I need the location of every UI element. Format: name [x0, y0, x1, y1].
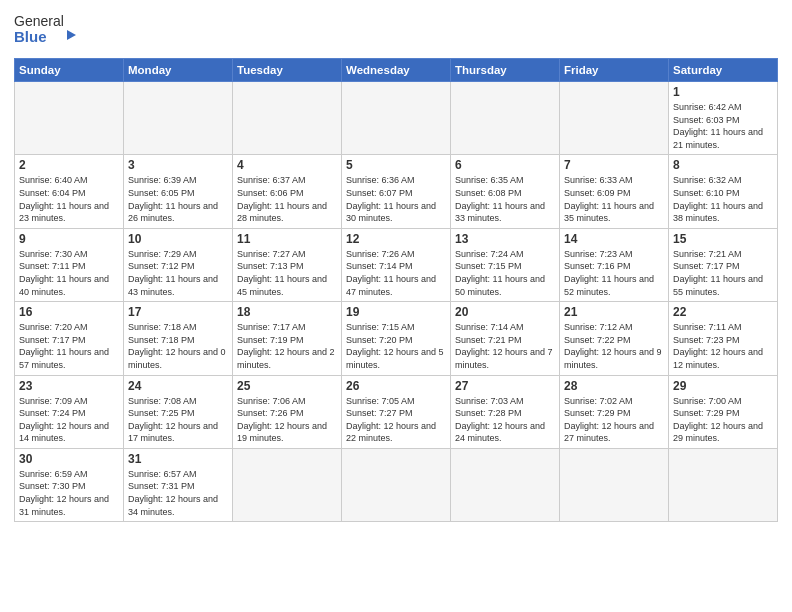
day-info: Sunrise: 7:05 AM Sunset: 7:27 PM Dayligh… [346, 395, 446, 445]
svg-text:Blue: Blue [14, 28, 47, 45]
day-number: 15 [673, 232, 773, 246]
weekday-header-sunday: Sunday [15, 59, 124, 82]
day-info: Sunrise: 6:39 AM Sunset: 6:05 PM Dayligh… [128, 174, 228, 224]
day-info: Sunrise: 7:29 AM Sunset: 7:12 PM Dayligh… [128, 248, 228, 298]
day-info: Sunrise: 7:11 AM Sunset: 7:23 PM Dayligh… [673, 321, 773, 371]
day-cell: 31Sunrise: 6:57 AM Sunset: 7:31 PM Dayli… [124, 448, 233, 521]
day-info: Sunrise: 6:42 AM Sunset: 6:03 PM Dayligh… [673, 101, 773, 151]
weekday-header-row: SundayMondayTuesdayWednesdayThursdayFrid… [15, 59, 778, 82]
day-info: Sunrise: 7:23 AM Sunset: 7:16 PM Dayligh… [564, 248, 664, 298]
day-number: 16 [19, 305, 119, 319]
day-cell [669, 448, 778, 521]
week-row-5: 23Sunrise: 7:09 AM Sunset: 7:24 PM Dayli… [15, 375, 778, 448]
day-cell: 13Sunrise: 7:24 AM Sunset: 7:15 PM Dayli… [451, 228, 560, 301]
day-info: Sunrise: 7:00 AM Sunset: 7:29 PM Dayligh… [673, 395, 773, 445]
day-cell [451, 82, 560, 155]
day-info: Sunrise: 7:08 AM Sunset: 7:25 PM Dayligh… [128, 395, 228, 445]
weekday-header-monday: Monday [124, 59, 233, 82]
day-cell: 1Sunrise: 6:42 AM Sunset: 6:03 PM Daylig… [669, 82, 778, 155]
day-number: 27 [455, 379, 555, 393]
day-number: 17 [128, 305, 228, 319]
day-cell: 8Sunrise: 6:32 AM Sunset: 6:10 PM Daylig… [669, 155, 778, 228]
day-cell: 17Sunrise: 7:18 AM Sunset: 7:18 PM Dayli… [124, 302, 233, 375]
day-info: Sunrise: 6:35 AM Sunset: 6:08 PM Dayligh… [455, 174, 555, 224]
day-cell: 9Sunrise: 7:30 AM Sunset: 7:11 PM Daylig… [15, 228, 124, 301]
day-cell: 27Sunrise: 7:03 AM Sunset: 7:28 PM Dayli… [451, 375, 560, 448]
day-number: 7 [564, 158, 664, 172]
day-number: 26 [346, 379, 446, 393]
calendar-table: SundayMondayTuesdayWednesdayThursdayFrid… [14, 58, 778, 522]
day-cell: 7Sunrise: 6:33 AM Sunset: 6:09 PM Daylig… [560, 155, 669, 228]
day-cell: 18Sunrise: 7:17 AM Sunset: 7:19 PM Dayli… [233, 302, 342, 375]
day-cell: 28Sunrise: 7:02 AM Sunset: 7:29 PM Dayli… [560, 375, 669, 448]
day-info: Sunrise: 7:18 AM Sunset: 7:18 PM Dayligh… [128, 321, 228, 371]
day-number: 21 [564, 305, 664, 319]
day-info: Sunrise: 7:02 AM Sunset: 7:29 PM Dayligh… [564, 395, 664, 445]
day-number: 22 [673, 305, 773, 319]
day-cell: 22Sunrise: 7:11 AM Sunset: 7:23 PM Dayli… [669, 302, 778, 375]
day-info: Sunrise: 7:27 AM Sunset: 7:13 PM Dayligh… [237, 248, 337, 298]
week-row-1: 1Sunrise: 6:42 AM Sunset: 6:03 PM Daylig… [15, 82, 778, 155]
svg-text:General: General [14, 13, 64, 29]
day-info: Sunrise: 7:09 AM Sunset: 7:24 PM Dayligh… [19, 395, 119, 445]
day-cell: 5Sunrise: 6:36 AM Sunset: 6:07 PM Daylig… [342, 155, 451, 228]
day-cell [233, 82, 342, 155]
day-cell: 11Sunrise: 7:27 AM Sunset: 7:13 PM Dayli… [233, 228, 342, 301]
day-number: 19 [346, 305, 446, 319]
day-info: Sunrise: 6:32 AM Sunset: 6:10 PM Dayligh… [673, 174, 773, 224]
logo: GeneralBlue [14, 10, 94, 52]
day-cell: 2Sunrise: 6:40 AM Sunset: 6:04 PM Daylig… [15, 155, 124, 228]
day-cell: 20Sunrise: 7:14 AM Sunset: 7:21 PM Dayli… [451, 302, 560, 375]
weekday-header-wednesday: Wednesday [342, 59, 451, 82]
day-info: Sunrise: 7:26 AM Sunset: 7:14 PM Dayligh… [346, 248, 446, 298]
day-info: Sunrise: 6:33 AM Sunset: 6:09 PM Dayligh… [564, 174, 664, 224]
day-number: 29 [673, 379, 773, 393]
generalblue-logo-svg: GeneralBlue [14, 10, 94, 52]
day-cell: 24Sunrise: 7:08 AM Sunset: 7:25 PM Dayli… [124, 375, 233, 448]
day-cell: 21Sunrise: 7:12 AM Sunset: 7:22 PM Dayli… [560, 302, 669, 375]
day-number: 9 [19, 232, 119, 246]
day-cell [342, 82, 451, 155]
weekday-header-friday: Friday [560, 59, 669, 82]
day-number: 13 [455, 232, 555, 246]
day-info: Sunrise: 7:21 AM Sunset: 7:17 PM Dayligh… [673, 248, 773, 298]
day-info: Sunrise: 7:06 AM Sunset: 7:26 PM Dayligh… [237, 395, 337, 445]
day-info: Sunrise: 6:40 AM Sunset: 6:04 PM Dayligh… [19, 174, 119, 224]
day-cell: 3Sunrise: 6:39 AM Sunset: 6:05 PM Daylig… [124, 155, 233, 228]
day-cell: 23Sunrise: 7:09 AM Sunset: 7:24 PM Dayli… [15, 375, 124, 448]
day-cell: 12Sunrise: 7:26 AM Sunset: 7:14 PM Dayli… [342, 228, 451, 301]
week-row-6: 30Sunrise: 6:59 AM Sunset: 7:30 PM Dayli… [15, 448, 778, 521]
day-number: 31 [128, 452, 228, 466]
week-row-3: 9Sunrise: 7:30 AM Sunset: 7:11 PM Daylig… [15, 228, 778, 301]
day-info: Sunrise: 7:30 AM Sunset: 7:11 PM Dayligh… [19, 248, 119, 298]
day-info: Sunrise: 6:37 AM Sunset: 6:06 PM Dayligh… [237, 174, 337, 224]
day-info: Sunrise: 7:17 AM Sunset: 7:19 PM Dayligh… [237, 321, 337, 371]
day-number: 8 [673, 158, 773, 172]
day-number: 24 [128, 379, 228, 393]
day-cell: 19Sunrise: 7:15 AM Sunset: 7:20 PM Dayli… [342, 302, 451, 375]
week-row-4: 16Sunrise: 7:20 AM Sunset: 7:17 PM Dayli… [15, 302, 778, 375]
day-number: 30 [19, 452, 119, 466]
day-cell [560, 448, 669, 521]
day-number: 18 [237, 305, 337, 319]
day-cell: 26Sunrise: 7:05 AM Sunset: 7:27 PM Dayli… [342, 375, 451, 448]
week-row-2: 2Sunrise: 6:40 AM Sunset: 6:04 PM Daylig… [15, 155, 778, 228]
day-cell: 25Sunrise: 7:06 AM Sunset: 7:26 PM Dayli… [233, 375, 342, 448]
day-info: Sunrise: 6:57 AM Sunset: 7:31 PM Dayligh… [128, 468, 228, 518]
day-cell: 15Sunrise: 7:21 AM Sunset: 7:17 PM Dayli… [669, 228, 778, 301]
day-cell: 14Sunrise: 7:23 AM Sunset: 7:16 PM Dayli… [560, 228, 669, 301]
day-number: 5 [346, 158, 446, 172]
day-number: 3 [128, 158, 228, 172]
day-number: 28 [564, 379, 664, 393]
day-info: Sunrise: 7:24 AM Sunset: 7:15 PM Dayligh… [455, 248, 555, 298]
weekday-header-saturday: Saturday [669, 59, 778, 82]
day-cell: 30Sunrise: 6:59 AM Sunset: 7:30 PM Dayli… [15, 448, 124, 521]
day-cell [451, 448, 560, 521]
day-info: Sunrise: 7:15 AM Sunset: 7:20 PM Dayligh… [346, 321, 446, 371]
weekday-header-thursday: Thursday [451, 59, 560, 82]
day-cell [15, 82, 124, 155]
day-cell [124, 82, 233, 155]
day-number: 12 [346, 232, 446, 246]
day-info: Sunrise: 7:12 AM Sunset: 7:22 PM Dayligh… [564, 321, 664, 371]
day-cell: 10Sunrise: 7:29 AM Sunset: 7:12 PM Dayli… [124, 228, 233, 301]
